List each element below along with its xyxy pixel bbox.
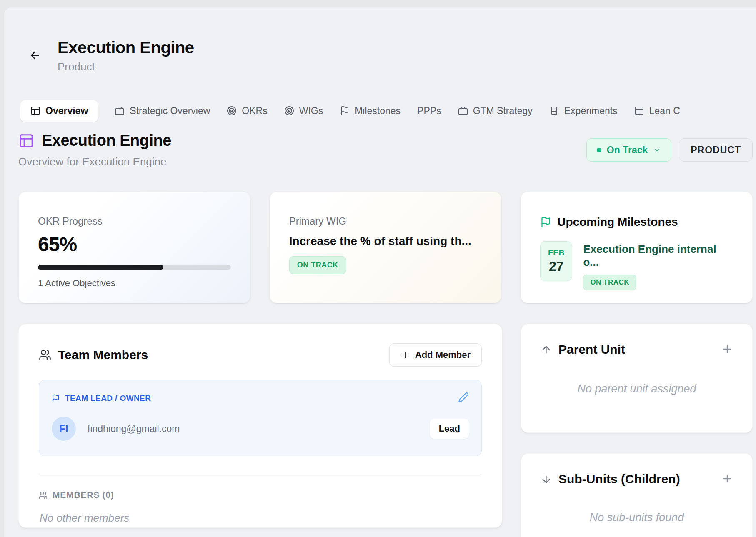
hierarchy-column: Parent Unit No parent unit assigned Sub-…: [521, 324, 753, 537]
team-lead-label: TEAM LEAD / OWNER: [65, 394, 151, 403]
milestones-title: Upcoming Milestones: [557, 215, 678, 229]
sub-units-card: Sub-Units (Children) No sub-units found: [521, 453, 753, 537]
status-label: On Track: [607, 145, 648, 156]
edit-lead-button[interactable]: [458, 392, 469, 404]
primary-wig-label: Primary WIG: [289, 215, 482, 227]
tab-overview[interactable]: Overview: [20, 100, 98, 122]
status-dot-icon: [597, 148, 601, 152]
tab-ppps[interactable]: PPPs: [417, 100, 441, 122]
milestone-day: 27: [549, 259, 564, 274]
tab-label: OKRs: [242, 105, 267, 117]
pencil-icon: [458, 392, 469, 403]
add-member-button[interactable]: Add Member: [389, 343, 482, 367]
page-subtitle: Overview for Execution Engine: [18, 155, 171, 168]
page-title: Execution Engine: [42, 132, 171, 150]
briefcase-icon: [458, 106, 468, 116]
milestone-status-badge: ON TRACK: [583, 275, 636, 290]
target-icon: [227, 106, 237, 116]
arrow-up-icon: [541, 344, 552, 355]
divider: [39, 475, 482, 475]
parent-unit-card: Parent Unit No parent unit assigned: [521, 324, 753, 433]
tab-milestones[interactable]: Milestones: [340, 100, 401, 122]
upcoming-milestones-card: Upcoming Milestones FEB 27 Execution Eng…: [521, 192, 753, 303]
status-dropdown[interactable]: On Track: [586, 138, 671, 162]
tab-label: GTM Strategy: [473, 105, 533, 117]
layout-panel-icon: [30, 106, 40, 116]
tab-label: Milestones: [355, 105, 401, 117]
tab-wigs[interactable]: WIGs: [284, 100, 323, 122]
members-empty-text: No other members: [40, 512, 482, 525]
add-parent-button[interactable]: [721, 343, 733, 356]
okr-progress-card: OKR Progress 65% 1 Active Objectives: [18, 192, 250, 303]
briefcase-icon: [115, 106, 125, 116]
primary-wig-card: Primary WIG Increase the % of staff usin…: [270, 192, 502, 303]
tab-bar: OverviewStrategic OverviewOKRsWIGsMilest…: [20, 99, 756, 122]
chevron-down-icon: [653, 146, 661, 154]
okr-progress-caption: 1 Active Objectives: [38, 278, 231, 289]
tab-label: WIGs: [299, 105, 323, 117]
tab-strategic-overview[interactable]: Strategic Overview: [115, 100, 210, 122]
add-member-label: Add Member: [415, 350, 471, 360]
sub-units-title: Sub-Units (Children): [558, 472, 680, 486]
plus-icon: [721, 343, 733, 355]
okr-progress-value: 65%: [38, 233, 231, 256]
team-members-card: Team Members Add Member TEAM LEAD / OWNE…: [18, 324, 502, 528]
plus-icon: [401, 350, 410, 360]
tab-experiments[interactable]: Experiments: [549, 100, 618, 122]
okr-progress-bar: [38, 265, 231, 270]
users-icon: [39, 491, 48, 500]
add-sub-unit-button[interactable]: [721, 473, 733, 486]
avatar: FI: [52, 417, 76, 441]
team-lead-box: TEAM LEAD / OWNER FI findhiong@gmail.com…: [39, 380, 482, 456]
parent-unit-empty-text: No parent unit assigned: [541, 382, 733, 395]
arrow-down-icon: [541, 474, 552, 485]
arrow-left-icon: [29, 49, 41, 62]
milestone-date-box: FEB 27: [540, 241, 572, 281]
header-title: Execution Engine: [58, 38, 194, 57]
tab-gtm-strategy[interactable]: GTM Strategy: [458, 100, 533, 122]
type-badge: PRODUCT: [679, 138, 753, 162]
flag-icon: [52, 394, 60, 402]
flag-icon: [540, 217, 551, 228]
milestone-month: FEB: [548, 248, 565, 257]
stat-cards-row: OKR Progress 65% 1 Active Objectives Pri…: [18, 192, 753, 303]
tab-label: Experiments: [564, 105, 618, 117]
tab-okrs[interactable]: OKRs: [227, 100, 267, 122]
layout-panel-icon: [634, 106, 644, 116]
users-icon: [39, 349, 51, 361]
tab-label: PPPs: [417, 105, 441, 117]
back-button[interactable]: [27, 47, 43, 64]
layout-panel-icon: [18, 133, 34, 149]
milestone-item[interactable]: FEB 27 Execution Engine internal o... ON…: [540, 241, 733, 290]
okr-progress-fill: [38, 265, 163, 270]
primary-wig-title: Increase the % of staff using th...: [289, 235, 482, 248]
wig-status-badge: ON TRACK: [289, 256, 346, 274]
team-members-title: Team Members: [58, 348, 148, 362]
okr-progress-label: OKR Progress: [38, 215, 231, 227]
parent-unit-title: Parent Unit: [558, 342, 625, 357]
lower-section: Team Members Add Member TEAM LEAD / OWNE…: [18, 324, 753, 537]
header-subtitle: Product: [58, 60, 194, 73]
window-header: Execution Engine Product: [27, 38, 194, 73]
tab-label: Overview: [45, 105, 88, 117]
lead-email: findhiong@gmail.com: [88, 423, 418, 435]
plus-icon: [721, 473, 733, 485]
target-icon: [284, 106, 294, 116]
milestone-item-title: Execution Engine internal o...: [583, 243, 733, 269]
tab-label: Strategic Overview: [130, 105, 210, 117]
sub-units-empty-text: No sub-units found: [541, 511, 733, 524]
beaker-icon: [549, 106, 559, 116]
lead-role-badge: Lead: [430, 419, 469, 439]
tab-label: Lean C: [649, 105, 680, 117]
page-head: Execution Engine Overview for Execution …: [18, 132, 753, 168]
flag-icon: [340, 106, 350, 116]
members-count-label: MEMBERS (0): [53, 490, 114, 500]
tab-lean-c[interactable]: Lean C: [634, 100, 680, 122]
